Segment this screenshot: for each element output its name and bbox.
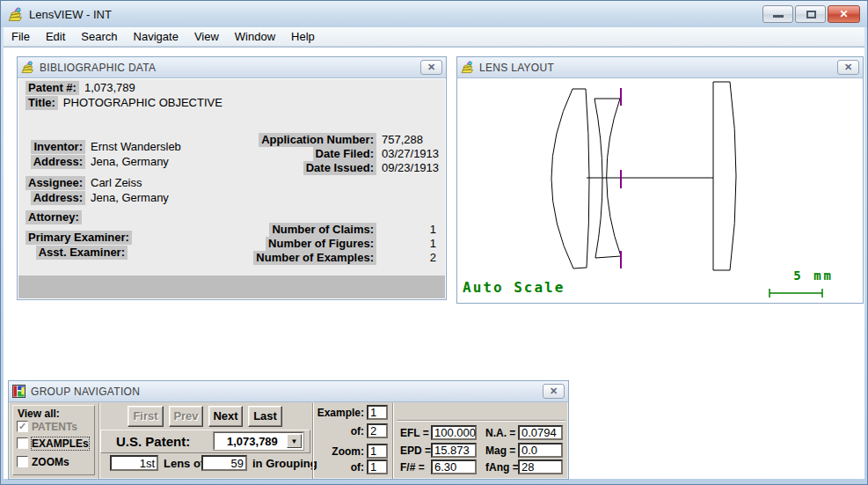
inventor-value: Ernst Wandersleb: [91, 140, 181, 153]
menu-edit[interactable]: Edit: [38, 28, 73, 45]
patent-combobox-value: 1,073,789: [215, 435, 287, 448]
patent-number-value: 1,073,789: [84, 81, 135, 94]
lens-element-3: [713, 82, 736, 270]
inventor-label: Inventor:: [31, 140, 85, 154]
menu-navigate[interactable]: Navigate: [126, 28, 186, 45]
menu-bar: File Edit Search Navigate View Window He…: [4, 27, 864, 47]
lens-count-field[interactable]: 59: [201, 455, 247, 471]
biblio-close-button[interactable]: ✕: [420, 60, 442, 75]
check-icon: ✓: [18, 421, 26, 431]
separator: [392, 403, 394, 479]
example-label: Example:: [309, 407, 364, 419]
example-field[interactable]: 1: [367, 405, 388, 420]
biblio-window-title: BIBLIOGRAPHIC DATA: [40, 62, 420, 74]
efl-label: EFL =: [400, 427, 429, 439]
examples-label: Number of Examples:: [253, 251, 376, 265]
minimize-button[interactable]: [762, 5, 793, 23]
window-title: LensVIEW - INT: [29, 8, 762, 21]
biblio-titlebar[interactable]: BIBLIOGRAPHIC DATA ✕: [18, 57, 446, 78]
us-patent-label: U.S. Patent:: [116, 434, 190, 449]
lens-of-label: Lens of: [164, 457, 204, 470]
claims-value: 1: [382, 223, 436, 236]
claims-label: Number of Claims:: [269, 223, 376, 237]
next-button[interactable]: Next: [208, 406, 243, 427]
epd-label: EPD =: [400, 445, 431, 457]
menu-view[interactable]: View: [186, 28, 227, 45]
mag-label: Mag =: [485, 445, 515, 457]
main-titlebar[interactable]: LensVIEW - INT ✕: [1, 1, 867, 27]
biblio-bottom-strip: [18, 276, 445, 298]
biblio-content: Patent #:1,073,789 Title:PHOTOGRAPHIC OB…: [18, 79, 445, 298]
date-filed-label: Date Filed:: [313, 147, 376, 161]
lens-close-button[interactable]: ✕: [837, 60, 859, 75]
menu-window[interactable]: Window: [227, 28, 283, 45]
lensview-app-icon: [8, 7, 23, 22]
na-field[interactable]: 0.0794: [518, 425, 563, 440]
figures-value: 1: [382, 237, 436, 250]
close-icon: ✕: [427, 62, 435, 73]
lens-content: Auto Scale 5 mm: [458, 79, 862, 302]
group-navigation-icon: [12, 385, 26, 398]
assignee-address-value: Jena, Germany: [91, 191, 169, 204]
fang-field[interactable]: 28: [518, 459, 563, 474]
title-value: PHOTOGRAPHIC OBJECTIVE: [63, 96, 222, 109]
close-button[interactable]: ✕: [828, 5, 860, 23]
groupnav-close-button[interactable]: ✕: [543, 384, 565, 399]
view-all-label: View all:: [18, 408, 60, 420]
fnum-label: F/# =: [400, 461, 425, 474]
application-number-label: Application Number:: [259, 133, 376, 147]
bibliographic-data-window: BIBLIOGRAPHIC DATA ✕ Patent #:1,073,789 …: [17, 56, 447, 300]
prev-button[interactable]: Prev: [169, 406, 203, 427]
zoom-total-field[interactable]: 1: [367, 459, 388, 474]
menu-search[interactable]: Search: [73, 28, 125, 45]
close-icon: ✕: [844, 62, 852, 73]
lens-layout-window: LENS LAYOUT ✕: [456, 56, 864, 304]
close-icon: ✕: [550, 386, 558, 397]
inventor-address-value: Jena, Germany: [91, 155, 169, 168]
group-navigation-window: GROUP NAVIGATION ✕ View all: ✓ PATENTs E…: [8, 380, 569, 480]
date-issued-label: Date Issued:: [303, 161, 376, 175]
view-all-panel: View all: ✓ PATENTs EXAMPLEs ZOOMs: [12, 405, 95, 475]
efl-field[interactable]: 100.000: [431, 425, 477, 440]
title-label: Title:: [26, 96, 58, 110]
patent-combobox[interactable]: 1,073,789 ▼: [214, 432, 303, 450]
date-issued-value: 09/23/1913: [382, 161, 439, 174]
first-button[interactable]: First: [128, 406, 164, 427]
scale-bar: [770, 289, 822, 298]
mdi-client-area: BIBLIOGRAPHIC DATA ✕ Patent #:1,073,789 …: [4, 47, 864, 479]
menu-help[interactable]: Help: [283, 28, 323, 45]
zoom-field[interactable]: 1: [367, 444, 388, 459]
epd-field[interactable]: 15.873: [431, 443, 477, 458]
groupnav-window-title: GROUP NAVIGATION: [31, 386, 543, 398]
lens-titlebar[interactable]: LENS LAYOUT ✕: [457, 57, 863, 78]
lens-position-field[interactable]: 1st: [110, 455, 158, 471]
fnum-field[interactable]: 6.30: [431, 459, 477, 474]
mag-field[interactable]: 0.0: [518, 443, 563, 458]
lens-window-title: LENS LAYOUT: [479, 62, 837, 74]
dropdown-arrow-icon[interactable]: ▼: [287, 434, 302, 448]
zooms-checkbox[interactable]: [17, 456, 28, 467]
patents-checkbox[interactable]: ✓: [17, 421, 28, 432]
groupnav-titlebar[interactable]: GROUP NAVIGATION ✕: [9, 381, 568, 402]
examples-checkbox[interactable]: [17, 437, 28, 449]
example-total-field[interactable]: 2: [367, 423, 388, 438]
examples-value: 2: [382, 251, 436, 264]
primary-examiner-label: Primary Examiner:: [26, 231, 132, 245]
menu-file[interactable]: File: [4, 28, 38, 45]
in-grouping-label: in Grouping: [252, 457, 317, 470]
example-of-label: of:: [309, 425, 364, 437]
last-button[interactable]: Last: [248, 406, 282, 427]
date-filed-value: 03/27/1913: [382, 147, 439, 160]
assignee-address-label: Address:: [31, 191, 85, 205]
maximize-button[interactable]: [795, 5, 826, 23]
close-icon: ✕: [839, 8, 848, 20]
zoom-label: Zoom:: [309, 445, 364, 458]
scale-bar-label: 5 mm: [793, 268, 834, 283]
inventor-address-label: Address:: [31, 155, 85, 169]
auto-scale-label: Auto Scale: [463, 279, 565, 296]
figures-label: Number of Figures:: [266, 237, 376, 251]
patents-checkbox-label: PATENTs: [32, 421, 77, 433]
na-label: N.A. =: [485, 427, 515, 439]
attorney-label: Attorney:: [26, 210, 82, 224]
lensview-icon: [461, 61, 474, 74]
